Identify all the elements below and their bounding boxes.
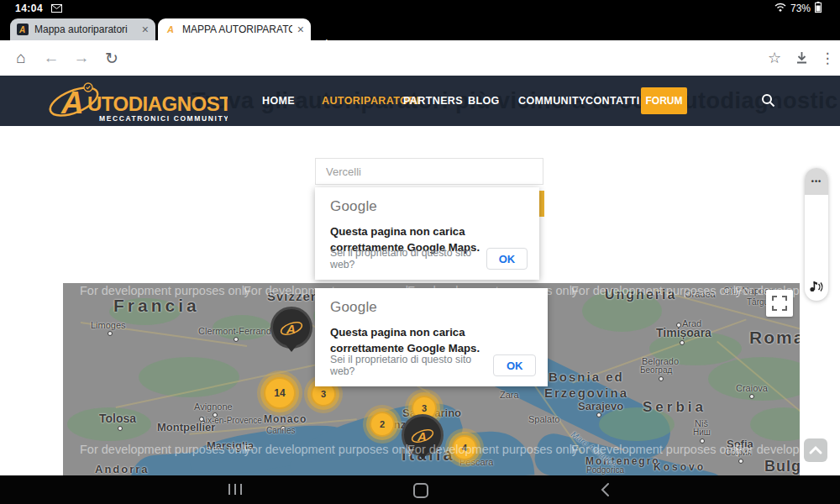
search-icon[interactable] xyxy=(761,93,775,111)
nav-item-blog[interactable]: BLOG xyxy=(468,76,500,126)
google-maps-error-dialog: Google Questa pagina non carica corretta… xyxy=(315,288,548,386)
svg-text:A: A xyxy=(286,322,296,336)
tab-mappa-autoriparatori-active[interactable]: A MAPPA AUTORIPARATOR × xyxy=(158,18,311,40)
dialog-message: Questa pagina non carica correttamente G… xyxy=(330,324,533,356)
svg-text:A: A xyxy=(18,25,25,34)
nav-item-community[interactable]: COMMUNITY xyxy=(518,76,586,126)
download-icon[interactable] xyxy=(790,40,812,76)
recents-icon[interactable] xyxy=(228,484,242,495)
map-label-montpellier: Montpellier xyxy=(157,421,215,433)
map-city-dot xyxy=(738,459,743,464)
map-label-andorra: Andorra xyxy=(95,463,150,475)
reload-icon[interactable]: ↻ xyxy=(101,40,123,76)
logo-wordmark: UTODIAGNOSTIC xyxy=(87,92,228,115)
map-label-cannes: Cannes xyxy=(266,426,295,435)
dialog-question: Sei il proprietario di questo sito web? xyxy=(330,247,486,270)
google-logo-text: Google xyxy=(330,299,533,316)
android-home-icon[interactable] xyxy=(413,483,428,498)
map-label-francia: Francia xyxy=(113,296,200,316)
map-label-avignone: Avignone xyxy=(194,402,233,412)
home-icon[interactable]: ⌂ xyxy=(10,40,32,76)
map-label-kosovo: Kosovo xyxy=(654,461,706,473)
map-city-dot xyxy=(199,417,204,422)
map-city-dot xyxy=(108,331,113,336)
autodiagnostic-logo[interactable]: A UTODIAGNOSTIC MECCATRONICI COMMUNITY xyxy=(47,80,228,126)
tab-title: MAPPA AUTORIPARATOR xyxy=(182,24,292,35)
browser-menu-icon[interactable]: ⋮ xyxy=(816,40,838,76)
back-icon[interactable]: ← xyxy=(40,40,62,76)
map-watermark: For development purposes only xyxy=(80,443,250,456)
map-label-zara: Zara xyxy=(500,390,519,400)
map-label-ниш: Ниш xyxy=(693,428,711,437)
map-city-dot xyxy=(749,394,754,399)
map-label-spalato: Spalato xyxy=(528,414,559,424)
map-cluster-marker[interactable]: 14 xyxy=(264,377,296,409)
android-status-bar: 14:04 73% xyxy=(0,0,840,17)
svg-text:A: A xyxy=(417,429,427,444)
ok-button[interactable]: OK xyxy=(486,248,528,270)
forum-button[interactable]: FORUM xyxy=(641,87,687,114)
gmail-notification-icon xyxy=(51,4,62,13)
map-brand-marker[interactable]: A xyxy=(270,307,312,349)
map-city-dot xyxy=(234,337,239,342)
listen-audio-icon[interactable] xyxy=(805,280,828,292)
site-favicon: A xyxy=(17,24,29,35)
widget-handle[interactable]: ••• xyxy=(805,168,828,195)
svg-text:A: A xyxy=(166,24,174,34)
nav-item-partners[interactable]: PARTNERS xyxy=(403,76,463,126)
bookmark-star-icon[interactable]: ☆ xyxy=(764,40,785,76)
android-back-icon[interactable] xyxy=(600,482,610,501)
map-watermark: For development purposes only xyxy=(571,284,742,297)
map-watermark: For development purposes only xyxy=(571,443,742,456)
map-label-limoges: Limoges xyxy=(91,320,126,330)
map-cluster-marker[interactable]: 2 xyxy=(370,412,395,437)
map-watermark: For development purposes only xyxy=(80,284,250,297)
nav-item-home[interactable]: HOME xyxy=(262,76,295,126)
battery-icon xyxy=(815,2,822,15)
tab-mappa-autoriparatori[interactable]: A Mappa autoriparatori × xyxy=(10,18,155,40)
map-label-erzegovina: Erzegovina xyxy=(544,386,628,400)
map-label-sarajevo: Sarajevo xyxy=(578,400,623,412)
map-city-dot xyxy=(118,426,123,431)
map-label-београд: Београд xyxy=(640,365,672,375)
browser-toolbar: ⌂ ← → ↻ autodiagnostic.it/mappa-autoripa… xyxy=(0,40,840,76)
wifi-icon xyxy=(774,3,786,14)
back-to-top-button[interactable] xyxy=(804,438,827,462)
map-fullscreen-button[interactable] xyxy=(766,290,793,317)
map-label-serbia: Serbia xyxy=(643,399,706,416)
map-watermark: For development purposes only xyxy=(407,443,578,456)
browser-tab-strip: A Mappa autoriparatori × A MAPPA AUTORIP… xyxy=(0,17,840,40)
map-label-clermont-ferrand: Clermont-Ferrand xyxy=(198,326,271,336)
tab-title: Mappa autoriparatori xyxy=(34,24,137,35)
map-watermark: For development purposes only xyxy=(244,443,414,456)
site-favicon: A xyxy=(165,24,176,35)
terrain-patch xyxy=(750,407,800,441)
search-submit-button-edge[interactable] xyxy=(539,191,544,217)
dialog-question: Sei il proprietario di questo sito web? xyxy=(330,354,493,377)
android-navigation-bar xyxy=(0,475,840,504)
map-label-tolosa: Tolosa xyxy=(99,412,136,425)
accessibility-audio-widget[interactable]: ••• xyxy=(805,168,828,301)
map-label-craiova: Craiova xyxy=(736,383,768,393)
close-tab-icon[interactable]: × xyxy=(142,24,149,35)
city-search-input[interactable] xyxy=(315,158,543,185)
map-city-dot xyxy=(680,340,685,345)
map-label-bosnia-ed: Bosnia ed xyxy=(549,370,624,384)
forward-icon[interactable]: → xyxy=(71,40,92,76)
status-time: 14:04 xyxy=(15,3,43,14)
ok-button[interactable]: OK xyxy=(493,354,536,376)
close-tab-icon[interactable]: × xyxy=(297,24,304,35)
battery-percentage: 73% xyxy=(790,3,811,14)
google-maps-error-dialog: Google Questa pagina non carica corretta… xyxy=(315,187,539,280)
site-header: Trova gli autoriparatori più vicino a te… xyxy=(0,76,840,126)
google-logo-text: Google xyxy=(330,198,524,215)
terrain-patch xyxy=(708,357,800,401)
map-city-dot xyxy=(596,412,601,417)
logo-letter-a: A xyxy=(60,86,84,120)
map-label-monaco: Monaco xyxy=(264,413,307,425)
map-label-bulgaria: Bulgaria xyxy=(764,458,800,475)
map-label-podgorica: Podgorica xyxy=(586,465,624,475)
map-watermark: For development purposes only xyxy=(735,443,800,456)
nav-item-contatti[interactable]: CONTATTI xyxy=(585,76,640,126)
logo-tagline: MECCATRONICI COMMUNITY xyxy=(99,114,228,123)
